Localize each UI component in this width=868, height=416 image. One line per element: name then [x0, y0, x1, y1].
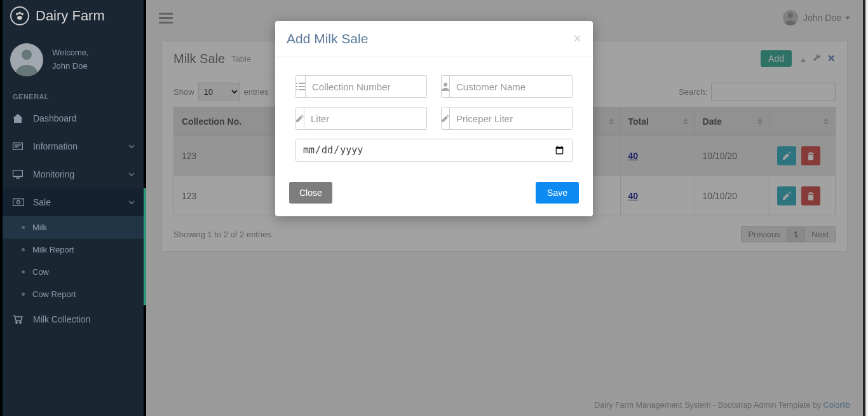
dot-icon	[22, 293, 25, 296]
modal-close-x[interactable]: ×	[573, 31, 581, 47]
list-icon	[296, 76, 306, 97]
svg-rect-13	[296, 83, 297, 84]
nav-information-label: Information	[33, 141, 78, 151]
input-group-price	[441, 107, 573, 130]
sub-milk-label: Milk	[32, 223, 47, 232]
svg-rect-17	[296, 89, 297, 90]
modal-add-milk-sale: Add Milk Sale ×	[275, 21, 593, 216]
section-general: GENERAL	[3, 81, 144, 104]
welcome-label: Welcome,	[52, 46, 89, 60]
svg-rect-15	[296, 86, 297, 87]
pencil-icon	[296, 107, 304, 129]
home-icon	[13, 114, 27, 123]
svg-point-10	[17, 201, 20, 204]
customer-name-input[interactable]	[450, 76, 573, 97]
paw-icon	[10, 6, 29, 25]
svg-point-19	[444, 83, 447, 87]
brand: Dairy Farm	[3, 0, 144, 32]
svg-rect-14	[299, 83, 305, 84]
sidebar-user-name: John Doe	[52, 60, 89, 73]
dot-icon	[22, 226, 25, 229]
pencil-icon	[442, 107, 450, 129]
sub-cow-label: Cow	[32, 267, 49, 277]
svg-rect-9	[13, 199, 24, 206]
svg-point-11	[16, 322, 17, 323]
svg-rect-16	[299, 86, 305, 87]
sidebar-user: Welcome, John Doe	[3, 32, 144, 81]
brand-text: Dairy Farm	[36, 8, 105, 24]
cart-icon	[13, 315, 27, 324]
modal-header: Add Milk Sale ×	[275, 21, 593, 57]
svg-rect-18	[299, 89, 305, 90]
chevron-down-icon	[128, 172, 135, 176]
modal-title: Add Milk Sale	[287, 31, 368, 46]
input-group-collection	[295, 75, 427, 98]
svg-point-1	[18, 12, 21, 15]
close-button[interactable]: Close	[289, 182, 332, 204]
date-input[interactable]	[295, 139, 573, 162]
sidebar-user-text: Welcome, John Doe	[52, 46, 89, 73]
liter-input[interactable]	[304, 107, 427, 129]
nav-dashboard[interactable]: Dashboard	[3, 104, 144, 132]
dot-icon	[22, 248, 25, 251]
money-icon	[13, 198, 27, 206]
nav-milk-collection[interactable]: Milk Collection	[3, 305, 144, 333]
nav-milk-collection-label: Milk Collection	[33, 314, 90, 324]
chevron-down-icon	[128, 144, 135, 148]
nav-sale[interactable]: Sale	[3, 188, 144, 216]
nav-monitoring-label: Monitoring	[33, 169, 74, 179]
card-icon	[13, 142, 27, 150]
sub-milk-report[interactable]: Milk Report	[3, 239, 144, 261]
input-group-liter	[295, 107, 427, 130]
dot-icon	[22, 270, 25, 274]
sale-submenu: Milk Milk Report Cow Cow Report	[3, 216, 144, 305]
modal-body	[275, 57, 593, 173]
sub-cow[interactable]: Cow	[3, 261, 144, 283]
nav-sale-label: Sale	[33, 197, 51, 207]
sub-cow-report-label: Cow Report	[32, 289, 76, 299]
svg-rect-7	[13, 170, 23, 177]
svg-point-12	[20, 322, 21, 323]
collection-number-input[interactable]	[306, 76, 427, 97]
svg-point-3	[17, 16, 22, 20]
svg-point-0	[16, 13, 18, 15]
price-per-liter-input[interactable]	[450, 107, 573, 129]
modal-footer: Close Save	[275, 173, 593, 216]
svg-rect-4	[13, 143, 23, 150]
sub-milk-report-label: Milk Report	[32, 245, 74, 254]
input-group-customer	[441, 75, 573, 98]
nav-dashboard-label: Dashboard	[33, 113, 77, 123]
sidebar: Dairy Farm Welcome, John Doe GENERAL Das…	[0, 0, 146, 416]
chevron-down-icon	[128, 200, 135, 204]
sub-milk[interactable]: Milk	[3, 216, 144, 239]
save-button[interactable]: Save	[536, 182, 579, 204]
nav-monitoring[interactable]: Monitoring	[3, 160, 144, 188]
user-icon	[442, 76, 450, 97]
nav-information[interactable]: Information	[3, 132, 144, 160]
avatar-icon	[10, 43, 43, 76]
svg-point-2	[21, 13, 24, 15]
sub-cow-report[interactable]: Cow Report	[3, 283, 144, 305]
monitor-icon	[13, 170, 27, 179]
